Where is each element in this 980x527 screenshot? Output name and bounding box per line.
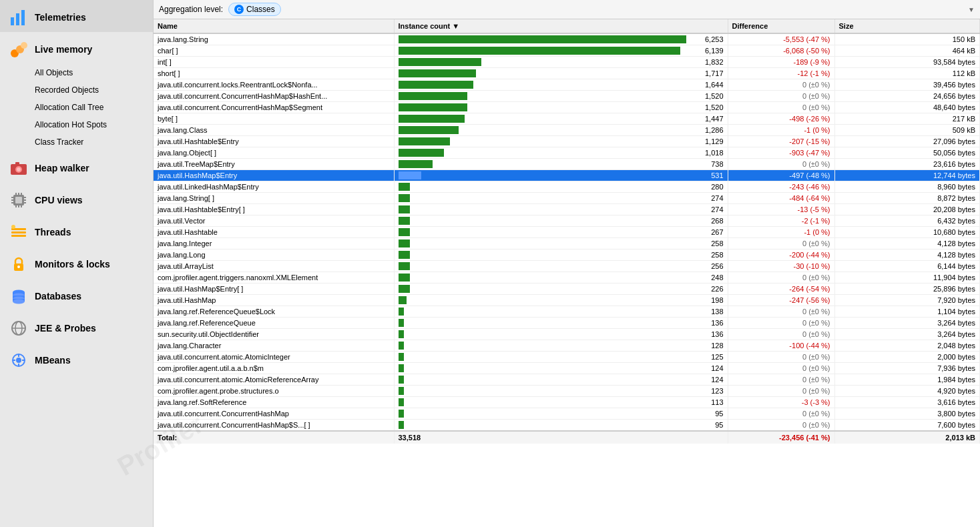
col-name[interactable]: Name (154, 19, 394, 33)
row-instance-count: 1,717 (394, 68, 728, 79)
table-row[interactable]: java.lang.String 6,253 -5,553 (-47 %) 15… (154, 33, 980, 45)
row-name: java.util.Hashtable$Entry (154, 136, 394, 147)
row-instance-count: 6,253 (394, 33, 728, 45)
sidebar-item-telemetries[interactable]: Telemetries (0, 0, 153, 32)
allocation-hot-spots-label: Allocation Hot Spots (35, 120, 107, 129)
table-row[interactable]: java.util.HashMap$Entry 531 -497 (-48 %)… (154, 170, 980, 181)
row-instance-count: 198 (394, 295, 728, 306)
cpu-icon (8, 189, 29, 211)
table-row[interactable]: java.util.concurrent.ConcurrentHashMap$S… (154, 420, 980, 432)
table-row[interactable]: int[ ] 1,832 -189 (-9 %) 93,584 bytes (154, 57, 980, 68)
row-instance-count: 1,644 (394, 79, 728, 91)
table-row[interactable]: java.util.Hashtable$Entry[ ] 274 -13 (-5… (154, 204, 980, 215)
table-row[interactable]: char[ ] 6,139 -6,068 (-50 %) 464 kB (154, 45, 980, 57)
table-row[interactable]: java.lang.Character 128 -100 (-44 %) 2,0… (154, 340, 980, 352)
row-difference: -903 (-47 %) (728, 147, 834, 159)
table-row[interactable]: java.util.concurrent.ConcurrentHashMap 9… (154, 408, 980, 420)
table-row[interactable]: java.util.HashMap$Entry[ ] 226 -264 (-54… (154, 284, 980, 295)
table-row[interactable]: java.util.concurrent.ConcurrentHashMap$H… (154, 91, 980, 102)
row-difference: -12 (-1 %) (728, 68, 834, 79)
row-size: 3,800 bytes (834, 408, 980, 420)
table-row[interactable]: com.jprofiler.agent.triggers.nanoxml.XML… (154, 272, 980, 284)
table-row[interactable]: java.lang.Object[ ] 1,018 -903 (-47 %) 5… (154, 147, 980, 159)
sidebar-item-class-tracker[interactable]: Class Tracker (0, 133, 153, 151)
table-row[interactable]: com.jprofiler.agent.util.a.a.b.n$m 124 0… (154, 363, 980, 374)
row-size: 1,984 bytes (834, 374, 980, 386)
sidebar-item-mbeans[interactable]: MBeans (0, 343, 153, 375)
sidebar-item-allocation-call-tree[interactable]: Allocation Call Tree (0, 99, 153, 116)
row-difference: 0 (±0 %) (728, 91, 834, 102)
row-size: 464 kB (834, 45, 980, 57)
row-size: 39,456 bytes (834, 79, 980, 91)
svg-point-5 (21, 42, 27, 49)
row-size: 27,096 bytes (834, 136, 980, 147)
col-size[interactable]: Size (834, 19, 980, 33)
sidebar-item-allocation-hot-spots[interactable]: Allocation Hot Spots (0, 116, 153, 133)
svg-rect-0 (11, 17, 14, 25)
table-row[interactable]: java.lang.Class 1,286 -1 (0 %) 509 kB (154, 125, 980, 136)
table-row[interactable]: java.lang.ref.ReferenceQueue 136 0 (±0 %… (154, 318, 980, 329)
table-row[interactable]: java.util.concurrent.locks.ReentrantLock… (154, 79, 980, 91)
svg-rect-25 (11, 231, 26, 233)
aggregation-dropdown[interactable]: C Classes (228, 3, 281, 16)
row-instance-count: 138 (394, 306, 728, 318)
row-instance-count: 256 (394, 261, 728, 272)
row-size: 3,264 bytes (834, 318, 980, 329)
row-size: 11,904 bytes (834, 272, 980, 284)
row-instance-count: 136 (394, 318, 728, 329)
table-row[interactable]: sun.security.util.ObjectIdentifier 136 0… (154, 329, 980, 340)
table-row[interactable]: java.util.concurrent.atomic.AtomicIntege… (154, 352, 980, 363)
sidebar-item-jee-probes[interactable]: JEE & Probes (0, 311, 153, 343)
row-name: java.lang.ref.SoftReference (154, 397, 394, 408)
row-instance-count: 124 (394, 363, 728, 374)
table-row[interactable]: java.lang.Integer 258 0 (±0 %) 4,128 byt… (154, 238, 980, 249)
row-name: com.jprofiler.agent.triggers.nanoxml.XML… (154, 272, 394, 284)
row-difference: -207 (-15 %) (728, 136, 834, 147)
row-size: 25,896 bytes (834, 284, 980, 295)
sidebar-item-all-objects[interactable]: All Objects (0, 64, 153, 81)
row-name: java.util.ArrayList (154, 261, 394, 272)
table-row[interactable]: java.lang.ref.ReferenceQueue$Lock 138 0 … (154, 306, 980, 318)
table-row[interactable]: java.util.HashMap 198 -247 (-56 %) 7,920… (154, 295, 980, 306)
cpu-views-label: CPU views (35, 195, 83, 205)
table-row[interactable]: java.lang.Long 258 -200 (-44 %) 4,128 by… (154, 249, 980, 261)
aggregation-collapse[interactable]: ▼ (968, 5, 975, 14)
table-row[interactable]: java.util.Vector 268 -2 (-1 %) 6,432 byt… (154, 215, 980, 227)
row-size: 6,432 bytes (834, 215, 980, 227)
table-row[interactable]: java.util.TreeMap$Entry 738 0 (±0 %) 23,… (154, 159, 980, 170)
row-difference: 0 (±0 %) (728, 374, 834, 386)
row-name: java.util.concurrent.ConcurrentHashMap$S… (154, 420, 394, 432)
table-row[interactable]: java.util.concurrent.ConcurrentHashMap$S… (154, 102, 980, 113)
table-row[interactable]: com.jprofiler.agent.probe.structures.o 1… (154, 386, 980, 397)
row-difference: -264 (-54 %) (728, 284, 834, 295)
row-instance-count: 123 (394, 386, 728, 397)
row-name: java.util.TreeMap$Entry (154, 159, 394, 170)
table-row[interactable]: java.util.concurrent.atomic.AtomicRefere… (154, 374, 980, 386)
table-row[interactable]: java.lang.String[ ] 274 -484 (-64 %) 8,8… (154, 193, 980, 204)
table-row[interactable]: byte[ ] 1,447 -498 (-26 %) 217 kB (154, 113, 980, 125)
table-row[interactable]: java.lang.ref.SoftReference 113 -3 (-3 %… (154, 397, 980, 408)
heap-walker-label: Heap walker (35, 163, 89, 173)
sidebar-item-databases[interactable]: Databases (0, 279, 153, 311)
col-difference[interactable]: Difference (728, 19, 834, 33)
table-row[interactable]: java.util.LinkedHashMap$Entry 280 -243 (… (154, 181, 980, 193)
row-size: 50,056 bytes (834, 147, 980, 159)
sidebar-item-live-memory[interactable]: Live memory (0, 32, 153, 64)
table-row[interactable]: java.util.ArrayList 256 -30 (-10 %) 6,14… (154, 261, 980, 272)
sidebar-item-monitors-locks[interactable]: Monitors & locks (0, 247, 153, 279)
table-row[interactable]: java.util.Hashtable 267 -1 (0 %) 10,680 … (154, 227, 980, 238)
sidebar-item-heap-walker[interactable]: Heap walker (0, 151, 153, 183)
row-difference: -13 (-5 %) (728, 204, 834, 215)
table-row[interactable]: java.util.Hashtable$Entry 1,129 -207 (-1… (154, 136, 980, 147)
sidebar-item-threads[interactable]: Threads (0, 215, 153, 247)
sidebar-item-recorded-objects[interactable]: Recorded Objects (0, 81, 153, 99)
col-instance-count[interactable]: Instance count ▼ (394, 19, 728, 33)
svg-rect-1 (16, 13, 19, 25)
row-name: java.util.concurrent.ConcurrentHashMap$S… (154, 102, 394, 113)
table-row[interactable]: short[ ] 1,717 -12 (-1 %) 112 kB (154, 68, 980, 79)
sidebar-item-cpu-views[interactable]: CPU views (0, 183, 153, 215)
telemetries-label: Telemetries (35, 12, 86, 23)
row-difference: 0 (±0 %) (728, 363, 834, 374)
row-difference: -247 (-56 %) (728, 295, 834, 306)
recorded-objects-label: Recorded Objects (35, 85, 99, 95)
